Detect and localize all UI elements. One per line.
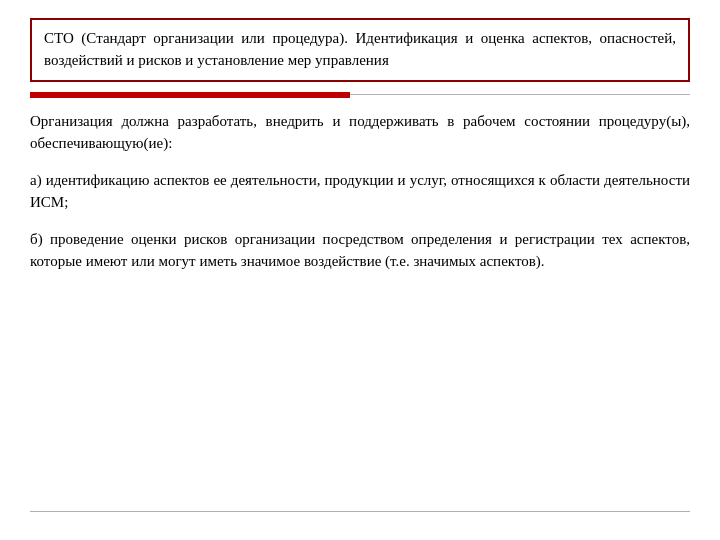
main-content: Организация должна разработать, внедрить… bbox=[30, 104, 690, 287]
red-bar-row bbox=[30, 92, 690, 98]
paragraph-3: б) проведение оценки рисков организации … bbox=[30, 228, 690, 273]
bottom-line bbox=[30, 511, 690, 513]
paragraph-2: а) идентификацию аспектов ее деятельност… bbox=[30, 169, 690, 214]
paragraph-1: Организация должна разработать, внедрить… bbox=[30, 110, 690, 155]
title-text: СТО (Стандарт организации или процедура)… bbox=[44, 30, 676, 68]
title-box: СТО (Стандарт организации или процедура)… bbox=[30, 18, 690, 82]
red-bar bbox=[30, 92, 350, 98]
page-container: СТО (Стандарт организации или процедура)… bbox=[0, 0, 720, 540]
spacer bbox=[30, 287, 690, 511]
gray-line-right bbox=[350, 94, 690, 96]
